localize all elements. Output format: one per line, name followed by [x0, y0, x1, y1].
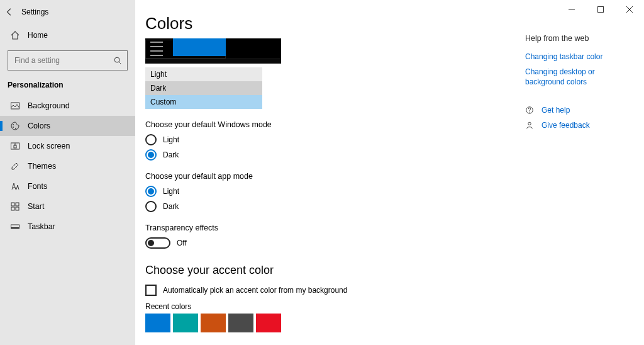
- main-panel: Colors Light Dark Custom Choose your def…: [135, 0, 525, 345]
- nav-item-lockscreen[interactable]: Lock screen: [0, 136, 135, 156]
- svg-rect-8: [16, 203, 19, 206]
- pencil-icon: [10, 161, 20, 171]
- get-help-link[interactable]: Get help: [541, 105, 570, 115]
- minimize-icon: [569, 6, 575, 13]
- color-mode-option-dark[interactable]: Dark: [145, 81, 262, 95]
- svg-rect-12: [11, 227, 19, 229]
- radio-icon: [145, 149, 157, 161]
- maximize-button[interactable]: [586, 0, 615, 19]
- feedback-icon: [525, 121, 534, 130]
- give-feedback-row[interactable]: Give feedback: [525, 120, 633, 130]
- page-title: Colors: [145, 14, 510, 33]
- window-chrome: [557, 0, 644, 19]
- nav-item-label: Start: [28, 202, 44, 211]
- svg-rect-6: [14, 145, 16, 148]
- help-icon: [525, 106, 534, 115]
- radio-label: Dark: [163, 202, 179, 211]
- color-swatch[interactable]: [256, 314, 281, 332]
- lock-icon: [10, 141, 20, 151]
- checkbox-icon: [145, 285, 157, 296]
- radio-label: Dark: [163, 150, 179, 159]
- color-preview: [145, 38, 281, 64]
- auto-accent-row[interactable]: Automatically pick an accent color from …: [145, 285, 510, 296]
- nav-item-fonts[interactable]: Fonts: [0, 176, 135, 196]
- picture-icon: [10, 101, 20, 111]
- nav-item-label: Colors: [28, 122, 50, 130]
- color-swatch[interactable]: [145, 314, 170, 332]
- nav-item-label: Taskbar: [28, 222, 55, 231]
- radio-icon: [145, 186, 157, 197]
- search-input[interactable]: [13, 55, 122, 65]
- app-mode-light[interactable]: Light: [145, 186, 510, 197]
- content-area: Colors Light Dark Custom Choose your def…: [135, 0, 644, 345]
- help-link-desktop-colors[interactable]: Changing desktop or background colors: [525, 67, 633, 87]
- grid-icon: [10, 201, 20, 212]
- color-mode-option-light[interactable]: Light: [145, 67, 262, 81]
- option-label: Custom: [150, 98, 176, 106]
- windows-mode-heading: Choose your default Windows mode: [145, 120, 510, 129]
- color-swatch[interactable]: [173, 314, 198, 332]
- home-icon: [10, 30, 20, 40]
- svg-point-15: [529, 111, 530, 112]
- svg-rect-9: [11, 207, 14, 210]
- nav-item-background[interactable]: Background: [0, 96, 135, 116]
- get-help-row[interactable]: Get help: [525, 105, 633, 115]
- close-button[interactable]: [615, 0, 644, 19]
- svg-point-3: [13, 127, 14, 128]
- help-link-taskbar-color[interactable]: Changing taskbar color: [525, 52, 633, 62]
- taskbar-icon: [10, 222, 20, 232]
- nav-home-label: Home: [28, 31, 48, 40]
- windows-mode-dark[interactable]: Dark: [145, 149, 510, 161]
- search-box[interactable]: [8, 50, 128, 71]
- nav-item-label: Background: [28, 101, 70, 110]
- radio-icon: [145, 134, 157, 145]
- help-heading: Help from the web: [525, 34, 633, 43]
- typography-icon: [10, 181, 20, 191]
- svg-point-2: [13, 124, 14, 125]
- app-mode-heading: Choose your default app mode: [145, 172, 510, 181]
- nav-item-colors[interactable]: Colors: [0, 116, 135, 136]
- svg-rect-13: [598, 7, 604, 13]
- support-links: Get help Give feedback: [525, 105, 633, 130]
- nav-item-label: Lock screen: [28, 142, 70, 150]
- color-mode-option-custom[interactable]: Custom: [145, 95, 262, 109]
- close-icon: [626, 6, 633, 13]
- nav-home[interactable]: Home: [0, 24, 135, 47]
- transparency-heading: Transparency effects: [145, 223, 510, 232]
- color-swatch[interactable]: [228, 314, 253, 332]
- back-icon[interactable]: [5, 8, 14, 16]
- svg-point-4: [15, 128, 16, 129]
- transparency-toggle[interactable]: [145, 237, 170, 249]
- nav-list: Background Colors Lock screen Themes: [0, 96, 135, 237]
- app-title: Settings: [21, 8, 48, 16]
- app-mode-dark[interactable]: Dark: [145, 201, 510, 212]
- radio-label: Light: [163, 187, 179, 196]
- radio-label: Light: [163, 135, 179, 144]
- nav-item-label: Themes: [28, 162, 56, 171]
- nav-item-label: Fonts: [28, 182, 47, 191]
- svg-rect-10: [16, 207, 19, 210]
- windows-mode-light[interactable]: Light: [145, 134, 510, 145]
- toggle-state-label: Off: [177, 239, 187, 247]
- give-feedback-link[interactable]: Give feedback: [541, 120, 590, 130]
- option-label: Light: [150, 70, 167, 79]
- nav-item-taskbar[interactable]: Taskbar: [0, 217, 135, 237]
- color-mode-listbox[interactable]: Light Dark Custom: [145, 67, 262, 109]
- sidebar: Settings Home Personalization Background…: [0, 0, 135, 345]
- color-swatch[interactable]: [201, 314, 226, 332]
- transparency-toggle-row: Off: [145, 237, 510, 249]
- nav-item-themes[interactable]: Themes: [0, 156, 135, 176]
- svg-point-16: [528, 122, 531, 125]
- sidebar-header: Settings: [0, 0, 135, 24]
- accent-heading: Choose your accent color: [145, 264, 510, 277]
- recent-colors-heading: Recent colors: [145, 302, 510, 311]
- maximize-icon: [597, 6, 604, 13]
- help-panel: Help from the web Changing taskbar color…: [525, 0, 638, 345]
- recent-colors: [145, 314, 510, 332]
- palette-icon: [10, 121, 20, 131]
- search-icon: [113, 56, 122, 65]
- nav-section-header: Personalization: [0, 78, 135, 96]
- nav-item-start[interactable]: Start: [0, 196, 135, 217]
- checkbox-label: Automatically pick an accent color from …: [163, 286, 347, 295]
- minimize-button[interactable]: [557, 0, 586, 19]
